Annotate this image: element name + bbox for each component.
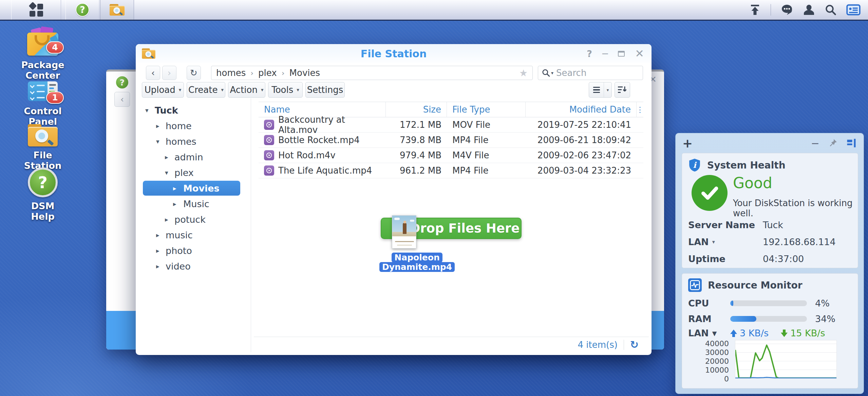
caret-right-icon[interactable]: ▸: [156, 247, 159, 254]
caret-right-icon[interactable]: ▸: [173, 184, 176, 192]
caret-right-icon[interactable]: ▸: [165, 216, 168, 223]
breadcrumb-homes[interactable]: homes: [216, 68, 246, 78]
search-box[interactable]: ▾: [538, 66, 643, 80]
refresh-button[interactable]: ↻: [187, 66, 201, 80]
tree-item-music-plex[interactable]: ▸Music: [138, 196, 251, 212]
tree-item-admin[interactable]: ▸admin: [138, 149, 251, 165]
resource-monitor-widget[interactable]: Resource Monitor CPU 4% RAM 34% LAN▾ 3 K…: [682, 273, 858, 389]
lan-label[interactable]: LAN▾: [688, 237, 763, 247]
titlebar[interactable]: File Station ? ─ ✕: [136, 44, 652, 63]
tree-item-homes[interactable]: ▾homes: [138, 134, 251, 149]
desktop-icon-file-station[interactable]: File Station: [19, 119, 67, 171]
breadcrumb[interactable]: homes › plex › Movies ★: [211, 66, 533, 80]
help-icon: ?: [76, 3, 89, 17]
caret-right-icon[interactable]: ▸: [156, 231, 159, 239]
tree-item-photo[interactable]: ▸photo: [138, 243, 251, 258]
caret-right-icon[interactable]: ▸: [156, 262, 159, 270]
taskbar-file-station-button[interactable]: [100, 0, 134, 20]
refresh-icon[interactable]: ↻: [630, 339, 639, 351]
tree-item-video[interactable]: ▸video: [138, 258, 251, 274]
column-options-icon[interactable]: ⋮: [637, 102, 643, 117]
cpu-label: CPU: [688, 298, 730, 309]
upload-button[interactable]: Upload▾: [142, 82, 184, 98]
create-button[interactable]: Create▾: [187, 82, 225, 98]
caret-down-icon[interactable]: ▾: [165, 169, 168, 176]
favorite-star-icon[interactable]: ★: [519, 67, 528, 79]
table-row[interactable]: Backcountry at Alta.mov 172.1 MB MOV Fil…: [259, 117, 643, 133]
file-station-window: File Station ? ─ ✕ ‹ › ↻ homes › plex › …: [136, 44, 652, 355]
ram-percent: 34%: [815, 314, 835, 324]
tree-item-home[interactable]: ▸home: [138, 118, 251, 134]
upload-queue-icon[interactable]: [749, 4, 761, 16]
dsm-help-back-button[interactable]: ‹: [114, 92, 130, 107]
column-header-size[interactable]: Size: [386, 102, 447, 117]
widget-panel-header: + −: [676, 133, 864, 153]
system-health-widget[interactable]: i System Health Good Your DiskStation is…: [682, 153, 858, 268]
network-traffic-plot: [735, 340, 837, 379]
caret-right-icon[interactable]: ▸: [173, 200, 176, 207]
tree-item-music[interactable]: ▸music: [138, 227, 251, 243]
notifications-icon[interactable]: [780, 4, 793, 16]
minimize-icon[interactable]: ─: [602, 49, 608, 58]
sort-button[interactable]: [615, 82, 630, 98]
tree-item-potuck[interactable]: ▸potuck: [138, 212, 251, 227]
search-icon: [542, 68, 550, 77]
tree-item-movies-selected[interactable]: ▸Movies: [138, 180, 251, 196]
video-file-icon: [264, 135, 274, 145]
column-header-modified-date[interactable]: Modified Date: [526, 102, 637, 117]
search-input[interactable]: [556, 68, 639, 78]
action-button[interactable]: Action▾: [228, 82, 265, 98]
caret-right-icon[interactable]: ▸: [156, 122, 159, 130]
forward-button[interactable]: ›: [162, 66, 176, 80]
upload-arrow-icon: [730, 330, 737, 337]
view-mode-button[interactable]: ▾: [589, 82, 612, 98]
table-row[interactable]: The Life Aquatic.mp4 961.2 MB MP4 File 2…: [259, 163, 643, 178]
control-panel-badge: 1: [46, 92, 64, 104]
package-center-icon: 4: [26, 27, 59, 58]
tools-button[interactable]: Tools▾: [268, 82, 303, 98]
ram-bar-fill: [730, 316, 756, 322]
caret-right-icon[interactable]: ▸: [165, 153, 168, 161]
column-header-file-type[interactable]: File Type: [447, 102, 526, 117]
table-row[interactable]: Hot Rod.m4v 979.4 MB M4V File 2009-02-06…: [259, 148, 643, 163]
lan-download-rate: 15 KB/s: [781, 328, 825, 338]
search-filter-caret-icon[interactable]: ▾: [551, 70, 553, 76]
file-station-icon: [110, 4, 125, 16]
server-name-label: Server Name: [688, 220, 763, 230]
tree-item-plex[interactable]: ▾plex: [138, 165, 251, 180]
taskbar-help-button[interactable]: ?: [65, 0, 99, 20]
drag-file-label: Napoleon Dynamite.mp4: [379, 253, 455, 272]
table-row[interactable]: Bottle Rocket.mp4 739.8 MB MP4 File 2009…: [259, 133, 643, 148]
maximize-icon[interactable]: [618, 51, 625, 57]
tree-item-tuck[interactable]: ▾Tuck: [138, 102, 251, 118]
main-menu-button[interactable]: [11, 0, 61, 20]
widget-minimize-icon[interactable]: −: [811, 137, 819, 149]
window-title: File Station: [136, 48, 652, 60]
taskbar-divider: [771, 4, 771, 16]
lan-upload-rate: 3 KB/s: [730, 328, 769, 338]
dsm-help-window-icon: ?: [115, 76, 129, 89]
panel-layout-icon[interactable]: [846, 138, 857, 148]
lan-traffic-label[interactable]: LAN▾: [688, 328, 730, 338]
settings-button[interactable]: Settings: [305, 82, 345, 98]
widgets-icon[interactable]: [846, 4, 861, 16]
desktop-icon-package-center[interactable]: 4 PackageCenter: [19, 27, 67, 81]
desktop-icon-dsm-help[interactable]: ? DSM Help: [19, 167, 67, 222]
dsm-help-icon: ?: [26, 167, 59, 199]
health-status: Good: [733, 174, 772, 192]
caret-down-icon[interactable]: ▾: [156, 138, 159, 145]
chevron-right-icon: ›: [282, 69, 285, 77]
window-help-icon[interactable]: ?: [587, 49, 592, 58]
cpu-bar-fill: [730, 300, 733, 306]
ram-progress-bar: [730, 316, 807, 322]
back-button[interactable]: ‹: [146, 66, 160, 80]
caret-down-icon[interactable]: ▾: [145, 106, 149, 114]
search-icon[interactable]: [825, 4, 837, 16]
close-icon[interactable]: ✕: [635, 48, 644, 59]
user-options-icon[interactable]: [803, 4, 815, 16]
breadcrumb-plex[interactable]: plex: [258, 68, 277, 78]
add-widget-icon[interactable]: +: [682, 136, 693, 150]
list-view-icon: [589, 82, 604, 97]
breadcrumb-movies[interactable]: Movies: [289, 68, 320, 78]
pin-icon[interactable]: [828, 138, 838, 148]
